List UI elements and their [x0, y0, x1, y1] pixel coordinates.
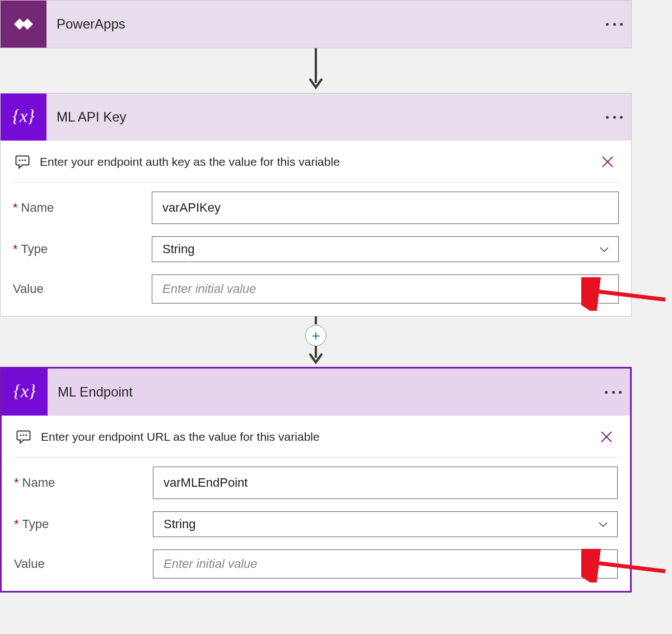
- value-input[interactable]: [153, 549, 618, 579]
- variable-icon: {x}: [1, 94, 46, 141]
- chevron-down-icon: [598, 243, 610, 255]
- value-label: Value: [13, 282, 152, 296]
- card-menu-button[interactable]: [598, 94, 631, 141]
- type-select[interactable]: String: [152, 236, 619, 262]
- svg-point-14: [20, 434, 21, 436]
- close-comment-button[interactable]: [595, 426, 618, 448]
- svg-point-6: [21, 159, 23, 161]
- comment-icon: [14, 430, 33, 444]
- close-icon: [600, 155, 615, 169]
- name-input[interactable]: [152, 192, 619, 224]
- name-label: *Name: [13, 201, 152, 215]
- card-menu-button[interactable]: [598, 1, 631, 48]
- value-label: Value: [14, 557, 153, 571]
- close-icon: [599, 430, 614, 444]
- svg-point-15: [22, 434, 24, 436]
- ellipsis-icon: [606, 23, 623, 26]
- action-title[interactable]: ML Endpoint: [58, 384, 596, 400]
- trigger-title: PowerApps: [57, 16, 598, 32]
- type-select[interactable]: String: [153, 511, 618, 537]
- powerapps-icon: [1, 1, 46, 48]
- card-menu-button[interactable]: [596, 369, 630, 416]
- ellipsis-icon: [605, 391, 622, 394]
- svg-point-7: [24, 159, 26, 161]
- close-comment-button[interactable]: [596, 151, 619, 173]
- action-title[interactable]: ML API Key: [57, 109, 598, 125]
- trigger-card-powerapps[interactable]: PowerApps: [0, 0, 632, 48]
- comment-text: Enter your endpoint URL as the value for…: [41, 430, 595, 444]
- action-card-ml-api-key[interactable]: {x} ML API Key Enter your: [0, 93, 632, 316]
- name-input[interactable]: [153, 467, 618, 499]
- svg-point-16: [25, 434, 27, 436]
- chevron-down-icon: [597, 518, 609, 530]
- add-step-button[interactable]: +: [305, 325, 326, 346]
- svg-text:{x}: {x}: [13, 381, 36, 401]
- svg-point-5: [18, 159, 20, 161]
- variable-icon: {x}: [2, 369, 48, 416]
- ellipsis-icon: [606, 116, 623, 119]
- comment-text: Enter your endpoint auth key as the valu…: [40, 155, 596, 169]
- plus-icon: +: [311, 328, 320, 343]
- svg-rect-1: [22, 18, 33, 30]
- connector-arrow: [0, 48, 632, 93]
- connector-with-add: +: [0, 316, 632, 367]
- comment-icon: [13, 155, 32, 169]
- name-label: *Name: [14, 476, 153, 490]
- type-label: *Type: [13, 242, 152, 257]
- svg-text:{x}: {x}: [12, 106, 35, 126]
- action-card-ml-endpoint[interactable]: {x} ML Endpoint Enter you: [0, 367, 632, 593]
- value-input[interactable]: [152, 274, 619, 304]
- type-label: *Type: [14, 517, 153, 532]
